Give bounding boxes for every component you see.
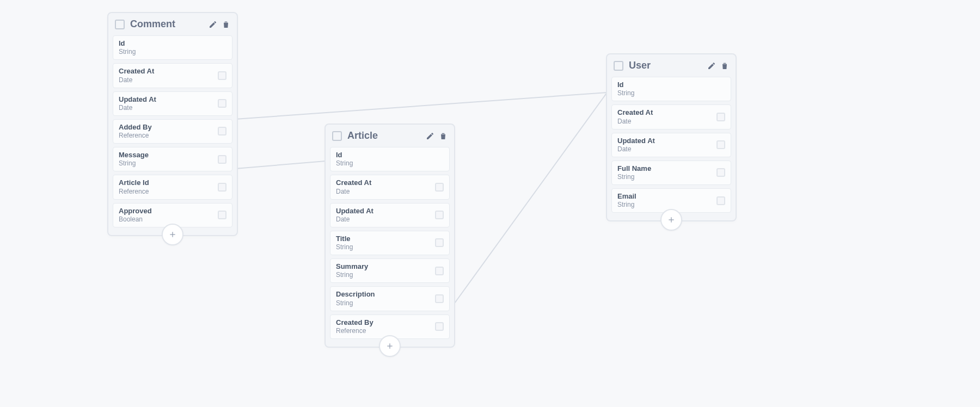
field-name: Description: [336, 290, 435, 299]
entity-header: Article: [326, 125, 454, 147]
delete-icon[interactable]: [439, 132, 448, 140]
field-type: Date: [119, 76, 218, 84]
field-list: IdString Created AtDate Updated AtDate F…: [607, 77, 736, 220]
field-handle[interactable]: [218, 71, 226, 80]
field-handle[interactable]: [435, 238, 444, 247]
field-handle[interactable]: [218, 183, 226, 192]
field-type: Reference: [336, 327, 435, 335]
field-type: String: [617, 201, 716, 209]
entity-header: Comment: [108, 13, 237, 35]
field-row[interactable]: Updated AtDate: [330, 203, 450, 227]
edit-icon[interactable]: [426, 132, 434, 140]
field-row[interactable]: IdString: [611, 77, 731, 101]
edit-icon[interactable]: [707, 61, 716, 70]
delete-icon[interactable]: [720, 61, 729, 70]
field-handle[interactable]: [435, 322, 444, 331]
svg-line-1: [235, 161, 326, 169]
field-name: Article Id: [119, 178, 218, 187]
add-field-button[interactable]: [379, 335, 401, 357]
field-row[interactable]: Created AtDate: [330, 175, 450, 199]
entity-title: Article: [347, 130, 421, 141]
field-type: Date: [336, 188, 435, 196]
field-name: Summary: [336, 262, 435, 271]
entity-checkbox[interactable]: [115, 20, 125, 29]
field-name: Created By: [336, 318, 435, 327]
field-type: String: [119, 159, 218, 168]
field-name: Updated At: [617, 137, 716, 145]
field-handle[interactable]: [435, 294, 444, 303]
field-type: Date: [617, 118, 716, 126]
field-row[interactable]: Updated AtDate: [611, 133, 731, 157]
entity-card-article[interactable]: Article IdString Created AtDate Updated …: [324, 124, 455, 348]
field-row[interactable]: Created AtDate: [113, 63, 232, 88]
field-handle[interactable]: [716, 196, 725, 205]
field-list: IdString Created AtDate Updated AtDate A…: [108, 35, 237, 235]
field-row[interactable]: Created AtDate: [611, 104, 731, 129]
field-name: Created At: [119, 67, 218, 76]
field-handle[interactable]: [218, 99, 226, 108]
field-handle[interactable]: [435, 183, 444, 192]
field-name: Created At: [617, 108, 716, 117]
field-type: String: [336, 159, 444, 168]
field-name: Updated At: [119, 95, 218, 104]
field-handle[interactable]: [218, 127, 226, 135]
field-handle[interactable]: [435, 211, 444, 219]
field-row[interactable]: SummaryString: [330, 258, 450, 283]
edit-icon[interactable]: [209, 20, 217, 29]
field-type: Reference: [119, 132, 218, 140]
delete-icon[interactable]: [222, 20, 230, 29]
field-name: Message: [119, 151, 218, 159]
field-name: Approved: [119, 207, 218, 215]
field-row[interactable]: DescriptionString: [330, 286, 450, 311]
svg-line-2: [452, 92, 607, 307]
add-field-button[interactable]: [162, 224, 183, 245]
entity-checkbox[interactable]: [332, 131, 342, 141]
field-row[interactable]: IdString: [113, 35, 232, 60]
entity-card-user[interactable]: User IdString Created AtDate Updated AtD…: [606, 53, 737, 221]
field-name: Id: [336, 151, 444, 159]
field-type: String: [119, 48, 226, 56]
entity-title: Comment: [130, 18, 204, 30]
field-name: Added By: [119, 123, 218, 132]
field-row[interactable]: TitleString: [330, 231, 450, 255]
field-handle[interactable]: [716, 140, 725, 149]
field-handle[interactable]: [218, 211, 226, 219]
field-handle[interactable]: [716, 113, 725, 121]
field-row[interactable]: Updated AtDate: [113, 91, 232, 116]
field-handle[interactable]: [218, 155, 226, 164]
field-row[interactable]: Full NameString: [611, 161, 731, 185]
field-type: Date: [336, 215, 435, 224]
field-handle[interactable]: [716, 168, 725, 177]
field-list: IdString Created AtDate Updated AtDate T…: [326, 147, 454, 347]
diagram-canvas[interactable]: { "entities": [ { "key": "comment", "tit…: [0, 0, 980, 407]
field-name: Email: [617, 192, 716, 201]
field-name: Id: [617, 81, 725, 89]
entity-title: User: [629, 60, 703, 71]
field-name: Updated At: [336, 207, 435, 215]
field-type: String: [617, 89, 725, 97]
field-name: Full Name: [617, 164, 716, 173]
entity-card-comment[interactable]: Comment IdString Created AtDate Updated …: [107, 12, 238, 236]
field-type: String: [336, 243, 435, 251]
field-name: Id: [119, 39, 226, 48]
field-row[interactable]: Added ByReference: [113, 119, 232, 144]
svg-line-0: [235, 92, 607, 119]
field-row[interactable]: IdString: [330, 147, 450, 171]
field-row[interactable]: MessageString: [113, 147, 232, 171]
field-type: Date: [617, 145, 716, 153]
field-name: Created At: [336, 178, 435, 187]
entity-header: User: [607, 54, 736, 77]
add-field-button[interactable]: [660, 209, 682, 231]
field-type: Reference: [119, 188, 218, 196]
field-type: String: [617, 173, 716, 181]
field-handle[interactable]: [435, 267, 444, 275]
entity-checkbox[interactable]: [614, 61, 623, 71]
field-type: String: [336, 299, 435, 307]
field-name: Title: [336, 235, 435, 243]
field-type: Date: [119, 104, 218, 112]
field-row[interactable]: Article IdReference: [113, 175, 232, 199]
field-type: Boolean: [119, 215, 218, 224]
field-type: String: [336, 271, 435, 279]
